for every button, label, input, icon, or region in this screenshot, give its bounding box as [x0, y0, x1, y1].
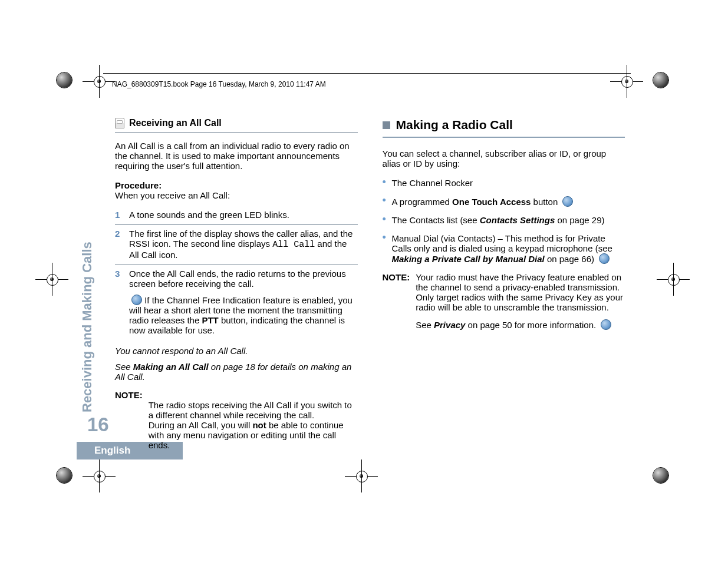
note-block-left: NOTE: The radio stops receiving the All …: [115, 390, 358, 450]
bullet-1: The Channel Rocker: [383, 178, 625, 188]
info-icon: [131, 295, 142, 305]
corner-mark-tr: [653, 72, 669, 88]
step-1: 1 A tone sounds and the green LED blinks…: [115, 206, 358, 225]
reg-mark-botleft: [83, 459, 116, 492]
step-text: A tone sounds and the green LED blinks.: [129, 210, 358, 220]
reg-mark-right: [657, 263, 690, 296]
reg-mark-top: [610, 65, 643, 98]
note-label: NOTE:: [383, 272, 410, 330]
step-3: 3 Once the All Call ends, the radio retu…: [115, 265, 358, 340]
see-pre: See: [115, 362, 133, 372]
step3-extra: If the Channel Free Indication feature i…: [129, 295, 358, 335]
corner-mark-br: [653, 467, 669, 484]
info-icon: [562, 196, 573, 207]
note-body: Your radio must have the Privacy feature…: [416, 272, 625, 330]
b4-pre: Manual Dial (via Contacts) – This method…: [392, 233, 612, 253]
step-text: The first line of the display shows the …: [129, 229, 358, 260]
step-number: 2: [115, 229, 123, 260]
italic-note-1: You cannot respond to an All Call.: [115, 346, 358, 356]
book-header: NAG_6880309T15.book Page 16 Tuesday, Mar…: [112, 80, 326, 88]
manual-dial-link: Making a Private Call by Manual Dial: [392, 254, 545, 264]
intro-paragraph: An All Call is a call from an individual…: [115, 141, 358, 171]
one-touch-access-label: One Touch Access: [452, 197, 531, 207]
header-rule: [103, 73, 631, 74]
square-bullet-icon: [383, 121, 390, 129]
b3-pre: The Contacts list (see: [392, 215, 480, 225]
corner-mark-tl: [56, 72, 73, 88]
bullet-3: The Contacts list (see Contacts Settings…: [383, 215, 625, 225]
ptt-label: PTT: [202, 315, 218, 325]
info-icon: [601, 319, 611, 330]
b2-post: button: [531, 197, 558, 207]
bullet-4: Manual Dial (via Contacts) – This method…: [383, 233, 625, 264]
step-2: 2 The first line of the display shows th…: [115, 225, 358, 265]
right-intro: You can select a channel, subscriber ali…: [383, 148, 625, 168]
b4-post: on page 66): [545, 254, 594, 264]
bullet-list: The Channel Rocker A programmed One Touc…: [383, 178, 625, 264]
radio-icon: [115, 118, 124, 128]
note-not-bold: not: [252, 420, 266, 430]
note-label: NOTE:: [115, 390, 143, 450]
right-column: Making a Radio Call You can select a cha…: [383, 118, 625, 450]
reg-mark-topleft: [83, 65, 116, 98]
procedure-text: When you receive an All Call:: [115, 190, 358, 200]
note-body: The radio stops receiving the All Call i…: [149, 390, 358, 450]
note-line2: See Privacy on page 50 for more informat…: [416, 319, 625, 330]
major-heading-text: Making a Radio Call: [396, 118, 625, 132]
b2-pre: A programmed: [392, 197, 453, 207]
page: NAG_6880309T15.book Page 16 Tuesday, Mar…: [0, 0, 728, 562]
major-heading: Making a Radio Call: [383, 118, 625, 138]
left-column: Receiving an All Call An All Call is a c…: [115, 118, 358, 450]
bullet-2: A programmed One Touch Access button: [383, 196, 625, 207]
page-number: 16: [87, 414, 109, 436]
step-number: 3: [115, 269, 123, 335]
b3-post: on page 29): [555, 215, 604, 225]
content-area: Receiving an All Call An All Call is a c…: [115, 118, 625, 450]
reg-mark-left: [35, 263, 68, 296]
see-post: on page 50 for more information.: [465, 320, 596, 330]
procedure-label: Procedure:: [115, 180, 358, 190]
reg-mark-bottom: [345, 459, 378, 492]
section-title-vertical: Receiving and Making Calls: [80, 242, 95, 412]
step3-main: Once the All Call ends, the radio return…: [129, 269, 358, 289]
corner-mark-bl: [56, 467, 73, 484]
italic-note-2: See Making an All Call on page 18 for de…: [115, 362, 358, 382]
see-pre: See: [416, 320, 434, 330]
all-call-mono: All Call: [272, 240, 315, 250]
subsection-title: Receiving an All Call: [129, 118, 222, 128]
privacy-link: Privacy: [434, 320, 465, 330]
info-icon: [599, 253, 610, 264]
contacts-settings-link: Contacts Settings: [480, 215, 555, 225]
step-number: 1: [115, 210, 123, 220]
step-text: Once the All Call ends, the radio return…: [129, 269, 358, 335]
subsection-heading: Receiving an All Call: [115, 118, 358, 133]
note-block-right: NOTE: Your radio must have the Privacy f…: [383, 272, 625, 330]
note-line1: Your radio must have the Privacy feature…: [416, 272, 625, 312]
making-all-call-link: Making an All Call: [133, 362, 209, 372]
